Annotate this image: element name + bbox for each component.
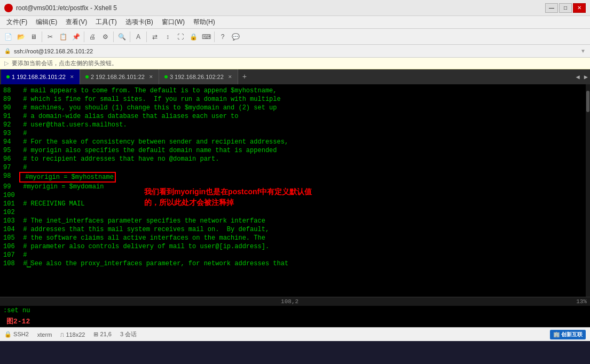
new-button[interactable]: 📄 xyxy=(2,31,14,43)
search-button[interactable]: 🔍 xyxy=(116,31,128,43)
terminal[interactable]: 88 # mail appears to come from. The defa… xyxy=(0,84,590,297)
terminal-percent: 13% xyxy=(576,298,587,305)
line-104: 104 # addresses that this mail system re… xyxy=(3,225,587,234)
terminal-wrapper: 88 # mail appears to come from. The defa… xyxy=(0,84,590,327)
menu-bar: 文件(F) 编辑(E) 查看(V) 工具(T) 选项卡(B) 窗口(W) 帮助(… xyxy=(0,16,590,29)
term-label: xterm xyxy=(37,331,52,338)
annotation-line2: 的，所以此处才会被注释掉 xyxy=(144,197,312,208)
line-88: 88 # mail appears to come from. The defa… xyxy=(3,86,587,95)
tab-dot-3 xyxy=(164,75,168,78)
fullscreen-button[interactable]: ⛶ xyxy=(175,31,186,43)
tab-2[interactable]: 2 192.168.26.101:22 ✕ xyxy=(80,69,159,84)
ssh-label: 🔒 SSH2 xyxy=(4,331,29,338)
sftp-button[interactable]: ↕ xyxy=(162,31,174,43)
menu-help[interactable]: 帮助(H) xyxy=(189,17,219,28)
line-96: 96 # to recipient addresses that have no… xyxy=(3,155,587,163)
bottom-label-area: 图2-12 xyxy=(0,315,590,327)
tab-1[interactable]: 1 192.168.26.101:22 ✕ xyxy=(1,69,80,84)
paste-button[interactable]: 📌 xyxy=(70,31,82,43)
settings-button[interactable]: ⚙ xyxy=(99,31,111,43)
tab-3[interactable]: 3 192.168.26.102:22 ✕ xyxy=(159,69,238,84)
open-button[interactable]: 📂 xyxy=(15,31,27,43)
toolbar-sep-4 xyxy=(130,31,130,42)
minimize-button[interactable]: — xyxy=(545,3,558,13)
line-89: 89 # which is fine for small sites. If y… xyxy=(3,95,587,104)
line-91: 91 # a domain-wide alias database that a… xyxy=(3,112,587,121)
line-92: 92 # user@that.users.mailhost. xyxy=(3,121,587,129)
window-title: root@vms001:/etc/postfix - Xshell 5 xyxy=(16,4,117,12)
scrollbar[interactable] xyxy=(586,84,590,297)
menu-edit[interactable]: 编辑(E) xyxy=(32,17,61,28)
line-108: 108 #█See also the proxy_interfaces para… xyxy=(3,259,587,268)
toolbar: 📄 📂 🖥 ✂ 📋 📌 🖨 ⚙ 🔍 A ⇄ ↕ ⛶ 🔒 ⌨ ? 💬 xyxy=(0,29,590,45)
toolbar-sep-5 xyxy=(146,31,147,42)
info-bar: ▷ 要添加当前会话，点击左侧的箭头按钮。 xyxy=(0,58,590,69)
tab-bar: 1 192.168.26.101:22 ✕ 2 192.168.26.101:2… xyxy=(0,69,590,84)
session-button[interactable]: 🖥 xyxy=(28,31,40,43)
address-dropdown[interactable]: ▼ xyxy=(580,48,586,54)
menu-tabs[interactable]: 选项卡(B) xyxy=(121,17,158,28)
cut-button[interactable]: ✂ xyxy=(44,31,56,43)
menu-window[interactable]: 窗口(W) xyxy=(158,17,189,28)
toolbar-sep-3 xyxy=(113,31,114,42)
menu-file[interactable]: 文件(F) xyxy=(2,17,32,28)
tab-label-2: 2 192.168.26.101:22 xyxy=(91,74,145,80)
bottom-status-bar: 🔒 SSH2 xterm ⎍ 118x22 ⊞ 21,6 3 会话 🏢 创新互联 xyxy=(0,327,590,341)
toolbar-sep-1 xyxy=(42,31,42,42)
line-95: 95 # myorigin also specifies the default… xyxy=(3,146,587,155)
menu-tools[interactable]: 工具(T) xyxy=(91,17,121,28)
title-bar: root@vms001:/etc/postfix - Xshell 5 — □ … xyxy=(0,0,590,16)
tab-dot-2 xyxy=(85,75,89,78)
keyboard-button[interactable]: ⌨ xyxy=(200,31,212,43)
tab-close-3[interactable]: ✕ xyxy=(228,74,232,80)
tab-nav-left[interactable]: ◀ xyxy=(574,73,582,81)
line-106: 106 # parameter also controls delivery o… xyxy=(3,242,587,251)
tab-close-2[interactable]: ✕ xyxy=(149,74,153,80)
terminal-status-bar: 108,2 13% xyxy=(0,297,590,306)
status-left: 🔒 SSH2 xterm ⎍ 118x22 ⊞ 21,6 3 会话 xyxy=(4,330,137,338)
line-90: 90 # machines, you should (1) change thi… xyxy=(3,104,587,112)
title-bar-left: root@vms001:/etc/postfix - Xshell 5 xyxy=(4,4,117,12)
annotation-line1: 我们看到myorigin也是在postconf中有定义默认值 xyxy=(144,187,312,197)
copy-button[interactable]: 📋 xyxy=(57,31,69,43)
tab-add-button[interactable]: + xyxy=(238,69,251,84)
line-107: 107 # xyxy=(3,251,587,259)
print-button[interactable]: 🖨 xyxy=(86,31,98,43)
line-94: 94 # For the sake of consistency between… xyxy=(3,138,587,146)
tab-nav: ◀ ▶ xyxy=(574,69,590,84)
status-right: 🏢 创新互联 xyxy=(550,330,586,339)
menu-view[interactable]: 查看(V) xyxy=(61,17,91,28)
vim-command[interactable]: :set nu xyxy=(0,306,33,315)
brand-logo: 🏢 创新互联 xyxy=(550,330,586,339)
size-label: ⎍ 118x22 xyxy=(60,331,85,338)
sessions-label: 3 会话 xyxy=(120,330,137,338)
maximize-button[interactable]: □ xyxy=(559,3,572,13)
window-controls: — □ ✕ xyxy=(545,3,586,13)
font-button[interactable]: A xyxy=(132,31,144,43)
transfer-button[interactable]: ⇄ xyxy=(149,31,161,43)
app-icon xyxy=(4,4,13,12)
scrollbar-thumb[interactable] xyxy=(586,91,589,112)
command-area: :set nu xyxy=(0,306,590,315)
toolbar-sep-2 xyxy=(84,31,84,42)
lock-button[interactable]: 🔒 xyxy=(187,31,199,43)
info-text: 要添加当前会话，点击左侧的箭头按钮。 xyxy=(12,59,117,67)
lock-icon: 🔒 xyxy=(4,48,11,54)
chat-button[interactable]: 💬 xyxy=(230,31,241,43)
line-93: 93 # xyxy=(3,129,587,138)
help-button[interactable]: ? xyxy=(217,31,229,43)
info-arrow-icon: ▷ xyxy=(4,60,9,67)
annotation: 我们看到myorigin也是在postconf中有定义默认值 的，所以此处才会被… xyxy=(144,187,312,208)
close-button[interactable]: ✕ xyxy=(573,3,586,13)
figure-label: 图2-12 xyxy=(3,316,33,327)
address-text: ssh://root@192.168.26.101:22 xyxy=(14,48,93,54)
brand-text: 🏢 创新互联 xyxy=(553,331,583,338)
tab-dot-1 xyxy=(6,75,10,78)
highlight-98: #myorigin = $myhostname xyxy=(19,172,116,183)
toolbar-sep-6 xyxy=(214,31,215,42)
address-bar: 🔒 ssh://root@192.168.26.101:22 ▼ xyxy=(0,45,590,58)
tab-close-1[interactable]: ✕ xyxy=(70,74,74,80)
tab-nav-right[interactable]: ▶ xyxy=(582,73,590,81)
line-97: 97 # xyxy=(3,163,587,172)
line-98: 98 #myorigin = $myhostname xyxy=(3,172,587,183)
